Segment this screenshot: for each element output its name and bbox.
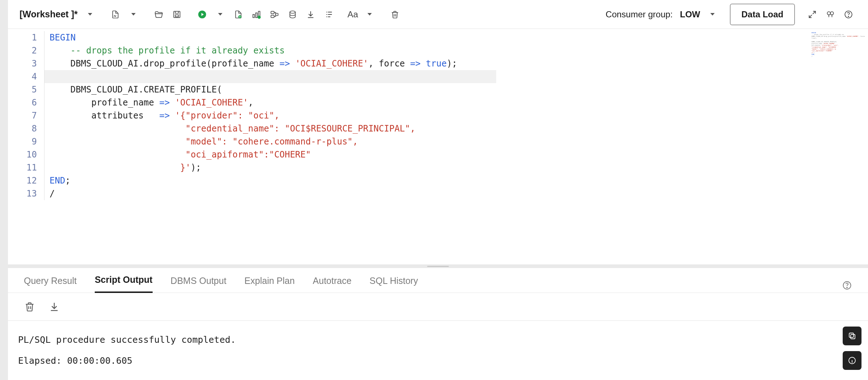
expand-icon[interactable] [804,7,820,22]
font-icon[interactable]: Aa [346,7,359,22]
tab-script-output[interactable]: Script Output [95,275,153,293]
code-editor[interactable]: 12345678910111213 BEGIN -- drops the pro… [8,29,868,264]
minimap[interactable]: BEGIN -- drops the profile if it already… [810,30,868,139]
copy-button[interactable] [843,327,861,345]
tab-sql-history[interactable]: SQL History [370,276,418,293]
line-number: 4 [8,70,44,83]
tab-dbms-output[interactable]: DBMS Output [171,276,226,293]
splitter[interactable] [8,264,868,268]
download-icon[interactable] [303,7,319,22]
run-caret[interactable] [212,7,228,22]
clear-output-icon[interactable] [24,301,35,312]
line-number: 5 [8,83,44,96]
code-line[interactable]: DBMS_CLOUD_AI.CREATE_PROFILE( [44,83,496,96]
consumer-group-caret[interactable] [705,7,720,22]
font-caret[interactable] [362,7,378,22]
toolbar: [Worksheet ]* Aa Consumer group: LOW Dat… [8,0,868,29]
line-number: 3 [8,57,44,70]
code-line[interactable]: / [44,187,496,200]
tab-autotrace[interactable]: Autotrace [313,276,352,293]
svg-rect-4 [253,14,254,18]
output-line: Elapsed: 00:00:00.605 [18,350,858,371]
code-line[interactable]: END; [44,174,496,187]
run-script-icon[interactable] [230,7,246,22]
code-area[interactable]: BEGIN -- drops the profile if it already… [44,29,496,264]
code-line[interactable]: "oci_apiformat":"COHERE" [44,148,496,161]
code-line[interactable] [44,70,496,83]
code-line[interactable]: attributes => '{"provider": "oci", [44,109,496,122]
svg-point-11 [290,11,295,13]
line-number: 12 [8,174,44,187]
worksheet-name[interactable]: [Worksheet ]* [20,9,78,20]
svg-point-13 [830,12,834,15]
left-rail [0,0,8,380]
code-line[interactable]: "model": "cohere.command-r-plus", [44,135,496,148]
svg-point-15 [848,16,849,17]
line-number: 7 [8,109,44,122]
output-toolbar [8,293,868,321]
tab-query-result[interactable]: Query Result [24,276,77,293]
output-tabs: Query ResultScript OutputDBMS OutputExpl… [8,268,868,293]
svg-rect-19 [849,333,854,337]
consumer-group-value[interactable]: LOW [680,9,700,20]
explain-plan-icon[interactable] [248,7,264,22]
format-icon[interactable] [321,7,337,22]
new-file-icon[interactable] [107,7,123,22]
line-number: 2 [8,44,44,57]
info-button[interactable] [843,351,861,370]
line-number: 11 [8,161,44,174]
code-line[interactable]: "credential_name": "OCI$RESOURCE_PRINCIP… [44,122,496,135]
open-folder-icon[interactable] [151,7,167,22]
svg-rect-10 [276,13,278,16]
save-icon[interactable] [169,7,185,22]
sql-history-icon[interactable] [285,7,301,22]
help-icon[interactable] [841,7,856,22]
svg-rect-8 [271,11,274,13]
line-number: 9 [8,135,44,148]
line-number: 8 [8,122,44,135]
output-line: PL/SQL procedure successfully completed. [18,329,858,350]
code-line[interactable]: DBMS_CLOUD_AI.drop_profile(profile_name … [44,57,496,70]
download-output-icon[interactable] [48,301,60,312]
svg-point-7 [258,16,261,19]
run-icon[interactable] [194,7,210,22]
consumer-group-label: Consumer group: [606,9,673,20]
line-number: 6 [8,96,44,109]
line-gutter: 12345678910111213 [8,29,44,264]
code-line[interactable]: -- drops the profile if it already exist… [44,44,496,57]
svg-rect-18 [851,334,855,339]
code-line[interactable]: profile_name => 'OCIAI_COHERE', [44,96,496,109]
svg-point-12 [827,12,830,15]
output-body: PL/SQL procedure successfully completed.… [8,321,868,380]
new-file-caret[interactable] [125,7,141,22]
code-line[interactable]: }'); [44,161,496,174]
trash-icon[interactable] [387,7,403,22]
svg-rect-1 [175,15,178,17]
autotrace-icon[interactable] [267,7,282,22]
svg-rect-9 [271,15,274,17]
svg-rect-5 [256,13,257,17]
help-icon[interactable] [842,280,852,293]
tab-explain-plan[interactable]: Explain Plan [244,276,295,293]
line-number: 13 [8,187,44,200]
find-icon[interactable] [822,7,838,22]
code-line[interactable]: BEGIN [44,31,496,44]
data-load-button[interactable]: Data Load [730,4,795,25]
worksheet-menu-caret[interactable] [82,7,98,22]
line-number: 1 [8,31,44,44]
line-number: 10 [8,148,44,161]
svg-point-17 [847,287,847,288]
